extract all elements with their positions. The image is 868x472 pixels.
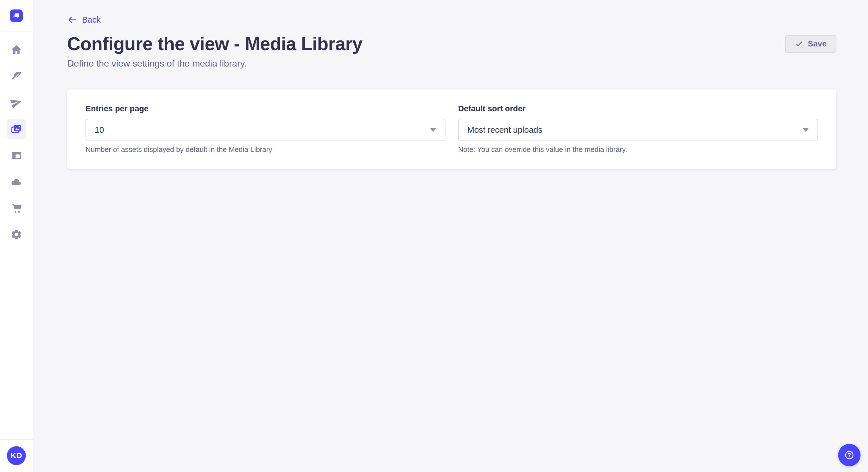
header-row: Configure the view - Media Library Save xyxy=(67,33,836,55)
strapi-logo-icon xyxy=(10,9,23,22)
default-sort-order-value: Most recent uploads xyxy=(467,125,542,135)
default-sort-order-select[interactable]: Most recent uploads xyxy=(458,119,818,141)
save-label: Save xyxy=(808,39,827,48)
avatar[interactable]: KD xyxy=(7,446,26,465)
default-sort-order-label: Default sort order xyxy=(458,104,818,113)
sidebar-item-media-library[interactable] xyxy=(7,119,26,139)
question-mark-icon xyxy=(843,448,856,462)
logo-section xyxy=(0,0,33,32)
sidebar-item-home[interactable] xyxy=(7,40,26,60)
sidebar-footer: KD xyxy=(0,439,33,472)
chevron-down-icon xyxy=(430,128,436,132)
app: KD Back Configure the view - Media Libra… xyxy=(0,0,868,472)
sidebar-item-content-manager[interactable] xyxy=(7,67,26,86)
save-button[interactable]: Save xyxy=(785,35,836,53)
default-sort-order-hint: Note: You can override this value in the… xyxy=(458,145,818,154)
sidebar-item-marketplace[interactable] xyxy=(7,198,26,218)
home-icon xyxy=(10,44,22,56)
page-subtitle: Define the view settings of the media li… xyxy=(67,58,836,69)
pictures-icon xyxy=(10,123,22,135)
layout-icon xyxy=(10,149,22,162)
gear-icon xyxy=(10,229,22,241)
sidebar-nav xyxy=(7,40,26,244)
back-arrow-icon xyxy=(67,15,77,25)
paper-plane-icon xyxy=(10,97,22,109)
feather-icon xyxy=(10,70,22,82)
entries-per-page-label: Entries per page xyxy=(86,104,445,113)
back-link[interactable]: Back xyxy=(67,15,100,25)
settings-card: Entries per page 10 Number of assets dis… xyxy=(67,90,836,169)
back-row: Back xyxy=(67,15,836,26)
workspace-logo[interactable] xyxy=(10,9,23,22)
page-title: Configure the view - Media Library xyxy=(67,33,363,55)
cloud-icon xyxy=(10,176,22,188)
help-button[interactable] xyxy=(838,444,861,466)
sidebar-item-content-type-builder[interactable] xyxy=(7,146,26,165)
chevron-down-icon xyxy=(803,128,809,132)
entries-per-page-select[interactable]: 10 xyxy=(86,119,445,141)
field-entries-per-page: Entries per page 10 Number of assets dis… xyxy=(86,104,445,154)
main-content: Back Configure the view - Media Library … xyxy=(33,0,868,472)
sidebar-item-settings[interactable] xyxy=(7,225,26,244)
check-icon xyxy=(795,40,803,48)
sidebar-item-deploy[interactable] xyxy=(7,172,26,192)
field-default-sort-order: Default sort order Most recent uploads N… xyxy=(458,104,818,154)
entries-per-page-value: 10 xyxy=(95,125,104,135)
entries-per-page-hint: Number of assets displayed by default in… xyxy=(86,145,445,154)
back-label: Back xyxy=(82,15,100,25)
sidebar-item-releases[interactable] xyxy=(7,93,26,112)
cart-icon xyxy=(10,202,22,214)
sidebar: KD xyxy=(0,0,33,472)
